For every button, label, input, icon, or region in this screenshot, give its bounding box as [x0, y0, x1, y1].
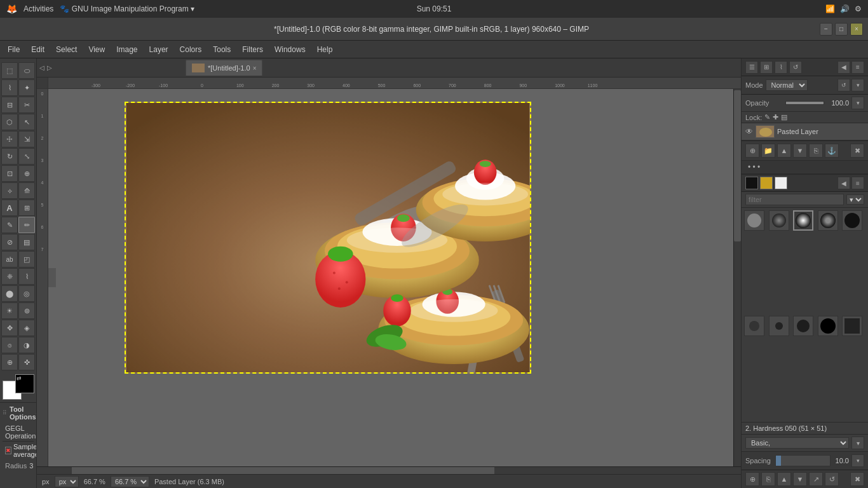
lock-pixels-icon[interactable]: ✎ — [764, 113, 770, 121]
lock-position-icon[interactable]: ✚ — [773, 113, 778, 121]
brush-filter-dropdown[interactable]: ▾ — [846, 194, 864, 205]
heal-tool[interactable]: ❈ — [1, 268, 18, 285]
unified-transform-tool[interactable]: ⟡ — [1, 182, 18, 199]
menu-filters[interactable]: Filters — [237, 43, 268, 56]
lock-alpha-icon[interactable]: ▤ — [781, 113, 787, 121]
free-select-tool[interactable]: ⌇ — [1, 79, 18, 96]
smudge-tool[interactable]: ✥ — [1, 320, 18, 336]
right-scrollbar[interactable] — [733, 89, 741, 466]
system-menu-icon[interactable]: ⚙ — [855, 4, 862, 13]
clone-tool[interactable]: ◰ — [18, 251, 35, 268]
canvas-content[interactable] — [48, 89, 741, 466]
select-by-color-tool[interactable]: ⊟ — [1, 97, 18, 113]
brush-item-7[interactable] — [769, 316, 789, 336]
menu-file[interactable]: File — [3, 43, 25, 56]
scale-tool[interactable]: ⤡ — [18, 148, 35, 165]
menu-image[interactable]: Image — [111, 43, 142, 56]
spacing-arrow[interactable]: ▾ — [851, 454, 864, 467]
layer-down-btn[interactable]: ▼ — [793, 144, 807, 158]
channels-panel-icon[interactable]: ⊞ — [760, 61, 773, 74]
window-controls[interactable]: − □ × — [820, 23, 863, 36]
close-button[interactable]: × — [850, 23, 863, 36]
brush-up-btn[interactable]: ▲ — [777, 472, 791, 486]
menu-windows[interactable]: Windows — [269, 43, 311, 56]
brush-item-10[interactable] — [842, 316, 862, 336]
menu-colors[interactable]: Colors — [175, 43, 207, 56]
brush-filter-input[interactable] — [745, 194, 844, 205]
h-scrollbar-thumb[interactable] — [72, 467, 494, 474]
tab-close-icon[interactable]: × — [253, 65, 257, 72]
right-scrollbar-thumb[interactable] — [734, 90, 741, 241]
brush-item-2[interactable] — [769, 210, 789, 231]
nav-left-handle[interactable] — [48, 268, 56, 287]
delete-layer-btn[interactable]: ✖ — [850, 144, 864, 158]
brush-panel-collapse-icon[interactable]: ◀ — [837, 177, 850, 189]
perspective-clone-tool[interactable]: ⌇ — [18, 268, 35, 285]
panel-config-icon[interactable]: ≡ — [851, 61, 864, 74]
brush-down-btn[interactable]: ▼ — [793, 472, 807, 486]
undo-history-icon[interactable]: ↺ — [789, 61, 802, 74]
magnify-tool[interactable]: ⊕ — [1, 354, 18, 370]
align2-tool[interactable]: ⊞ — [18, 200, 35, 216]
menu-layer[interactable]: Layer — [144, 43, 173, 56]
move-tool[interactable]: ☩ — [1, 131, 18, 147]
nav-right-icon[interactable]: ▷ — [47, 64, 52, 71]
anchor-layer-btn[interactable]: ⚓ — [825, 144, 839, 158]
radius-down-arrow[interactable]: ▼ — [36, 466, 36, 471]
brush-item-9[interactable] — [818, 316, 838, 336]
brush-item-4[interactable] — [818, 210, 838, 231]
fg-select-tool[interactable]: ⬡ — [1, 114, 18, 130]
brush-fg-color[interactable] — [745, 177, 758, 189]
brush-item-1[interactable] — [744, 210, 764, 231]
paintbrush-tool[interactable]: ✏ — [18, 217, 35, 233]
canvas-image[interactable] — [125, 102, 531, 374]
canvas-tab[interactable]: *[Untitled]-1.0 × — [186, 60, 262, 76]
brush-copy-btn[interactable]: ⎘ — [761, 472, 775, 486]
new-layer-from-visible-btn[interactable]: ⊕ — [745, 144, 759, 158]
align-tool[interactable]: ↖ — [18, 114, 35, 130]
duplicate-layer-btn[interactable]: ⎘ — [809, 144, 823, 158]
menu-view[interactable]: View — [83, 43, 110, 56]
bucket-fill-tool[interactable]: ⬤ — [1, 285, 18, 302]
nav-left-icon[interactable]: ◁ — [39, 64, 44, 71]
warp-tool[interactable]: ⟰ — [18, 182, 35, 199]
rect-select-tool[interactable]: ⬚ — [1, 62, 18, 79]
minimize-button[interactable]: − — [820, 23, 832, 36]
measure-tool[interactable]: ✜ — [18, 354, 35, 370]
brush-accent-color[interactable] — [760, 177, 773, 189]
layers-panel-icon[interactable]: ☰ — [745, 61, 758, 74]
ink-tool[interactable]: ◈ — [18, 320, 35, 336]
brush-export-btn[interactable]: ↗ — [809, 472, 823, 486]
check-icon[interactable]: ✖ — [5, 447, 11, 454]
eraser-tool[interactable]: ⊘ — [1, 234, 18, 250]
sample-average-check[interactable]: ✖ Sample average — [5, 443, 36, 458]
brush-preset-more-icon[interactable]: ▾ — [851, 437, 864, 449]
reset-mode-icon[interactable]: ↺ — [837, 79, 850, 92]
firefox-icon[interactable]: 🦊 — [6, 4, 17, 14]
layer-visibility-icon[interactable]: 👁 — [745, 127, 753, 136]
layer-item[interactable]: 👁 Pasted Layer — [742, 123, 868, 140]
dodge-tool[interactable]: ☀ — [1, 302, 18, 319]
maximize-button[interactable]: □ — [835, 23, 848, 36]
paths-panel-icon[interactable]: ⌇ — [775, 61, 787, 74]
brush-item-6[interactable] — [744, 316, 764, 336]
text2-tool[interactable]: ab — [1, 251, 18, 268]
expand-mode-icon[interactable]: ▾ — [851, 79, 864, 92]
menu-tools[interactable]: Tools — [208, 43, 236, 56]
brush-bg-color[interactable] — [775, 177, 787, 189]
airbrush-tool[interactable]: ▤ — [18, 234, 35, 250]
crop-tool[interactable]: ⇲ — [18, 131, 35, 147]
zoom-select[interactable]: 66.7 % — [111, 476, 149, 487]
pencil-tool[interactable]: ✎ — [1, 217, 18, 233]
perspective-tool[interactable]: ⊕ — [18, 165, 35, 182]
swap-colors-icon[interactable]: ⇄ — [17, 375, 34, 381]
brush-item-5[interactable] — [842, 210, 862, 231]
opacity-arrow[interactable]: ▾ — [851, 97, 864, 109]
blend-tool[interactable]: ◎ — [18, 285, 35, 302]
brush-preset-select[interactable]: Basic, — [745, 437, 849, 449]
brush-delete-btn[interactable]: ✖ — [850, 472, 864, 486]
fuzzy-select-tool[interactable]: ✦ — [18, 79, 35, 96]
brush-panel-config-icon[interactable]: ≡ — [851, 177, 864, 189]
color-swatches[interactable]: ⇄ — [3, 374, 34, 400]
panel-collapse-icon[interactable]: ◀ — [837, 61, 850, 74]
